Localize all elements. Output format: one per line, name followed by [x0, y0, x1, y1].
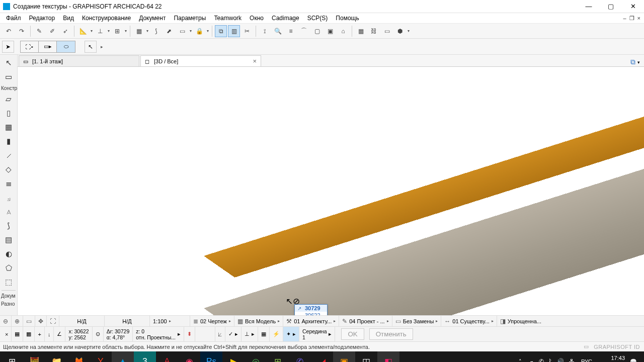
snap-button[interactable]: ⊞: [111, 25, 123, 37]
find-button[interactable]: 🔍: [272, 25, 284, 37]
z-origin[interactable]: отн. Проектны...: [136, 334, 176, 340]
3d-button[interactable]: ⬢: [394, 25, 406, 37]
guide-mode-icon[interactable]: ⊥: [245, 331, 250, 337]
elem2-button[interactable]: ⛓: [368, 25, 380, 37]
ruler-button[interactable]: 📐: [77, 25, 89, 37]
object-tool-icon[interactable]: ⬠: [2, 261, 15, 275]
selmode-full[interactable]: ▭▸: [39, 41, 57, 52]
cancel-button[interactable]: Отменить: [369, 328, 413, 340]
shell-tool-icon[interactable]: ⟆: [2, 219, 15, 232]
close-button[interactable]: ✕: [622, 0, 644, 13]
arc2-button[interactable]: ⌒: [298, 25, 310, 37]
measure-button[interactable]: ⟟: [259, 25, 271, 37]
window-tool-icon[interactable]: ▦: [2, 121, 15, 134]
elem1-button[interactable]: ▦: [355, 25, 367, 37]
menu-cadimage[interactable]: Cadimage: [268, 13, 303, 24]
chevron-down-icon[interactable]: ▾: [407, 29, 411, 33]
curtain-tool-icon[interactable]: ▤: [2, 233, 15, 246]
tray-chevron-icon[interactable]: ˄: [519, 358, 522, 363]
pick-button[interactable]: ✎: [33, 25, 45, 37]
home-button[interactable]: ⌂: [337, 25, 349, 37]
tray-clock[interactable]: 17:43 22.04.2020: [597, 355, 625, 362]
snap-mode-icon[interactable]: ✓: [228, 331, 233, 337]
chevron-right-icon[interactable]: ▸: [100, 44, 103, 49]
constrain-icon[interactable]: ▦: [261, 331, 266, 337]
openview-button[interactable]: ▣: [324, 25, 336, 37]
task-firefox[interactable]: 🦊: [67, 351, 90, 362]
chevron-down-icon[interactable]: ▾: [189, 29, 193, 33]
eyedrop-button[interactable]: ✐: [46, 25, 58, 37]
scale-value[interactable]: 1:100: [153, 318, 167, 324]
grid-snap-icon[interactable]: ▦: [15, 331, 20, 337]
task-calc[interactable]: 🧮: [23, 351, 45, 362]
close-coord-icon[interactable]: ×: [5, 331, 8, 337]
input-icon[interactable]: ⬍: [187, 331, 192, 337]
task-explorer[interactable]: 📁: [45, 351, 67, 362]
task-app2[interactable]: ▶: [222, 351, 245, 362]
tray-icons[interactable]: ☁ ✆ ᛒ 🔊 🖧: [527, 358, 576, 362]
tab-close-icon[interactable]: ×: [253, 57, 257, 65]
tray-bt-icon[interactable]: ᛒ: [548, 358, 552, 362]
task-app8[interactable]: ◧: [377, 351, 399, 362]
hint-icon[interactable]: ▭: [584, 343, 589, 350]
menu-help[interactable]: Помощь: [332, 13, 363, 24]
menu-design[interactable]: Конструирование: [78, 13, 135, 24]
zoom-region-icon[interactable]: ▭: [26, 318, 32, 325]
task-photoshop[interactable]: Ps: [200, 351, 222, 362]
start-button[interactable]: ⊞: [1, 351, 23, 362]
reference-button[interactable]: ▥: [228, 25, 240, 37]
tab-3d[interactable]: ◻ [3D / Все] ×: [140, 55, 261, 66]
menu-teamwork[interactable]: Teamwork: [210, 13, 246, 24]
menu-file[interactable]: Файл: [2, 13, 25, 24]
relative-icon[interactable]: ⟀: [218, 331, 222, 337]
task-app4[interactable]: ⊞: [267, 351, 289, 362]
view-opts[interactable]: Упрощенна...: [508, 318, 541, 324]
tray-notifications-icon[interactable]: 💬: [630, 358, 637, 363]
column-tool-icon[interactable]: ▮: [2, 135, 15, 148]
chevron-down-icon[interactable]: ▾: [107, 29, 111, 33]
active-snap-icon[interactable]: ✦: [286, 331, 291, 337]
tabs-overview-icon[interactable]: ⧉: [630, 58, 635, 66]
arrow-tool-icon[interactable]: ↖: [2, 56, 15, 69]
marquee-tool-icon[interactable]: ▭: [2, 70, 15, 83]
section-nd-a[interactable]: Н/Д: [77, 318, 86, 324]
chevron-down-icon[interactable]: ▾: [124, 29, 128, 33]
layer-combo[interactable]: 02 Чертеж: [200, 318, 227, 324]
tray-cloud-icon[interactable]: ☁: [528, 358, 534, 362]
task-yandex[interactable]: Y: [90, 351, 112, 362]
task-app7[interactable]: ◫: [355, 351, 377, 362]
doc-button[interactable]: ▢: [311, 25, 323, 37]
tab-floorplan[interactable]: ▭ [1. 1-й этаж]: [19, 55, 139, 66]
arrow-tool[interactable]: ➤: [2, 41, 14, 53]
tray-viber-icon[interactable]: ✆: [539, 358, 544, 362]
tray-lang[interactable]: РУС: [581, 358, 592, 362]
selmode-partial[interactable]: ⛶▸: [21, 41, 39, 52]
menu-window[interactable]: Окно: [246, 13, 268, 24]
section-nd-b[interactable]: Н/Д: [122, 318, 131, 324]
cursor-button[interactable]: ⬈: [163, 25, 175, 37]
pen-set[interactable]: 04 Проект - ...: [349, 318, 384, 324]
origin-icon[interactable]: +: [38, 331, 41, 337]
task-autocad[interactable]: A: [156, 351, 178, 362]
menu-document[interactable]: Документ: [135, 13, 170, 24]
task-acrobat[interactable]: ◢: [311, 351, 333, 362]
menu-editor[interactable]: Редактор: [25, 13, 59, 24]
gravity-icon[interactable]: ↓: [48, 331, 51, 337]
tray-volume-icon[interactable]: 🔊: [556, 358, 564, 362]
snap-mode-label[interactable]: Середина: [302, 328, 327, 334]
task-archicad[interactable]: ▲: [112, 351, 134, 362]
task-3dsmax[interactable]: 3: [134, 351, 156, 362]
polar-icon[interactable]: ⊙: [96, 331, 100, 337]
chevron-right-icon[interactable]: ▸: [178, 331, 181, 337]
cut-button[interactable]: ✂: [241, 25, 253, 37]
minimize-button[interactable]: —: [578, 0, 600, 13]
roof-tool-icon[interactable]: ⟑: [2, 205, 15, 218]
model-filter[interactable]: Вся Модель: [245, 318, 276, 324]
mdi-minimize-icon[interactable]: –: [621, 15, 627, 22]
menu-options[interactable]: Параметры: [170, 13, 210, 24]
undo-button[interactable]: ↶: [3, 25, 15, 37]
grid-button[interactable]: ▦: [133, 25, 145, 37]
ok-button[interactable]: OK: [341, 328, 364, 340]
menu-scp[interactable]: SCP(S): [303, 13, 332, 24]
chevron-down-icon[interactable]: ▾: [206, 29, 210, 33]
